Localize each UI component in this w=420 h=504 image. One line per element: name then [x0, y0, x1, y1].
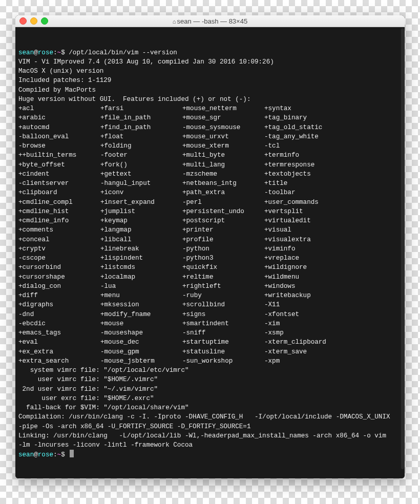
- feature-item: -lua: [100, 282, 182, 291]
- feature-item: +insert_expand: [100, 198, 182, 207]
- feature-item: +viminfo: [264, 244, 346, 254]
- feature-item: +jumplist: [100, 207, 182, 216]
- feature-item: -clientserver: [18, 179, 100, 188]
- prompt-at: @: [34, 49, 38, 56]
- feature-item: +writebackup: [264, 291, 346, 300]
- feature-row: +comments+langmap+printer+visual: [18, 225, 402, 235]
- feature-item: +cursorshape: [18, 272, 100, 282]
- feature-row: -dnd+modify_fname+signs-xfontset: [18, 310, 402, 319]
- feature-row: +cursorshape+localmap+reltime+wildmenu: [18, 272, 402, 282]
- feature-item: +persistent_undo: [182, 207, 264, 216]
- feature-item: -sniff: [182, 328, 264, 338]
- feature-item: +dialog_con: [18, 282, 100, 291]
- feature-item: -xim: [264, 319, 346, 328]
- config-files: system vimrc file: "/opt/local/etc/vimrc…: [18, 366, 402, 412]
- feature-item: +statusline: [182, 347, 264, 356]
- feature-item: +visual: [264, 225, 346, 235]
- feature-item: -xpm: [264, 356, 346, 366]
- feature-item: +find_in_path: [100, 123, 182, 132]
- feature-item: -ruby: [182, 291, 264, 300]
- feature-item: +linebreak: [100, 244, 182, 254]
- feature-item: +tag_old_static: [264, 123, 346, 132]
- feature-item: +eval: [18, 338, 100, 347]
- feature-item: +digraphs: [18, 300, 100, 309]
- feature-item: +cindent: [18, 170, 100, 179]
- feature-row: ++builtin_terms-footer+multi_byte+termin…: [18, 151, 402, 160]
- feature-item: -sun_workshop: [182, 356, 264, 366]
- feature-item: +user_commands: [264, 198, 346, 207]
- feature-item: +clipboard: [18, 188, 100, 197]
- feature-row: +eval+mouse_dec+startuptime-xterm_clipbo…: [18, 338, 402, 347]
- feature-item: +mouse_dec: [100, 338, 182, 347]
- feature-item: +profile: [182, 235, 264, 244]
- feature-item: +path_extra: [182, 188, 264, 197]
- feature-item: +rightleft: [182, 282, 264, 291]
- vim-header: VIM - Vi IMproved 7.4 (2013 Aug 10, comp…: [18, 57, 402, 104]
- prompt-user: sean: [18, 49, 34, 56]
- feature-row: +ex_extra-mouse_gpm+statusline-xterm_sav…: [18, 347, 402, 356]
- feature-item: +farsi: [100, 104, 182, 113]
- feature-item: -dnd: [18, 310, 100, 319]
- feature-item: +printer: [182, 225, 264, 235]
- feature-item: +listcmds: [100, 263, 182, 272]
- feature-item: +virtualedit: [264, 216, 346, 225]
- feature-row: +autocmd+find_in_path-mouse_sysmouse+tag…: [18, 123, 402, 132]
- feature-row: -cscope+lispindent-python3+vreplace: [18, 254, 402, 263]
- feature-item: +gettext: [100, 170, 182, 179]
- feature-item: +float: [100, 132, 182, 141]
- feature-row: +cmdline_hist+jumplist+persistent_undo+v…: [18, 207, 402, 216]
- feature-item: +autocmd: [18, 123, 100, 132]
- prompt-line-1: sean@rose:~$ /opt/local/bin/vim --versio…: [18, 49, 177, 56]
- feature-item: +arabic: [18, 113, 100, 122]
- feature-item: -mzscheme: [182, 170, 264, 179]
- compile-info: Compilation: /usr/bin/clang -c -I. -Ipro…: [18, 412, 402, 450]
- feature-row: +cindent+gettext-mzscheme+textobjects: [18, 170, 402, 179]
- titlebar[interactable]: ⌂sean — -bash — 83×45: [15, 15, 405, 27]
- scrollbar[interactable]: [401, 28, 404, 469]
- feature-item: +vertsplit: [264, 207, 346, 216]
- feature-item: +acl: [18, 104, 100, 113]
- feature-item: +tag_binary: [264, 113, 346, 122]
- feature-item: +mouse: [100, 319, 182, 328]
- feature-item: +visualextra: [264, 235, 346, 244]
- feature-item: -ebcdic: [18, 319, 100, 328]
- feature-item: +vreplace: [264, 254, 346, 263]
- feature-row: +cmdline_compl+insert_expand-perl+user_c…: [18, 198, 402, 207]
- feature-item: -cscope: [18, 254, 100, 263]
- feature-item: +windows: [264, 282, 346, 291]
- feature-item: -python3: [182, 254, 264, 263]
- feature-item: +smartindent: [182, 319, 264, 328]
- feature-item: -toolbar: [264, 188, 346, 197]
- feature-item: +startuptime: [182, 338, 264, 347]
- feature-item: +conceal: [18, 235, 100, 244]
- feature-list: +acl+farsi+mouse_netterm+syntax+arabic+f…: [18, 104, 402, 366]
- feature-item: +terminfo: [264, 151, 346, 160]
- feature-item: +mouse_urxvt: [182, 132, 264, 141]
- terminal-content[interactable]: sean@rose:~$ /opt/local/bin/vim --versio…: [15, 27, 405, 478]
- feature-row: +clipboard+iconv+path_extra-toolbar: [18, 188, 402, 197]
- feature-item: +cursorbind: [18, 263, 100, 272]
- feature-item: +title: [264, 179, 346, 188]
- feature-row: -balloon_eval+float+mouse_urxvt-tag_any_…: [18, 132, 402, 141]
- feature-item: +lispindent: [100, 254, 182, 263]
- feature-item: +syntax: [264, 104, 346, 113]
- feature-item: +keymap: [100, 216, 182, 225]
- feature-item: +signs: [182, 310, 264, 319]
- feature-item: -xfontset: [264, 310, 346, 319]
- close-button[interactable]: [19, 17, 27, 25]
- feature-item: +emacs_tags: [18, 328, 100, 338]
- minimize-button[interactable]: [30, 17, 37, 25]
- feature-item: -balloon_eval: [18, 132, 100, 141]
- feature-item: +wildmenu: [264, 272, 346, 282]
- prompt-host: rose: [38, 49, 53, 56]
- feature-row: +digraphs+mksession+scrollbind-X11: [18, 300, 402, 309]
- maximize-button[interactable]: [41, 17, 48, 25]
- terminal-window: ⌂sean — -bash — 83×45 sean@rose:~$ /opt/…: [15, 15, 405, 478]
- feature-row: +diff+menu-ruby+writebackup: [18, 291, 402, 300]
- feature-item: +multi_lang: [182, 160, 264, 170]
- window-title-text: sean — -bash — 83×45: [177, 17, 247, 25]
- feature-item: -xterm_save: [264, 347, 346, 356]
- feature-item: +mouse_sgr: [182, 113, 264, 122]
- command-text: /opt/local/bin/vim --version: [69, 49, 177, 56]
- feature-item: +cmdline_compl: [18, 198, 100, 207]
